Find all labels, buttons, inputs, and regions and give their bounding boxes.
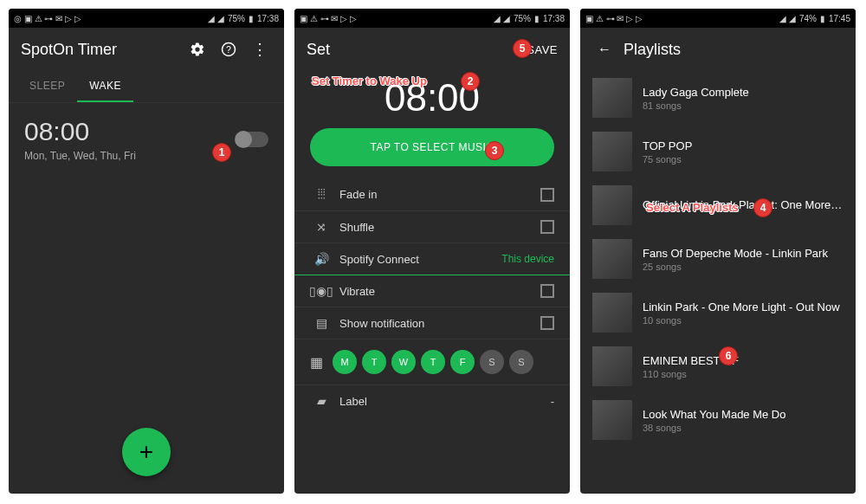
alarm-days: Mon, Tue, Wed, Thu, Fri xyxy=(24,150,236,162)
app-bar: SpotOn Timer ? ⋮ xyxy=(9,28,284,71)
playlist-thumbnail xyxy=(592,185,632,225)
alarm-toggle[interactable] xyxy=(236,132,268,147)
screen-title: Playlists xyxy=(624,41,843,59)
option-fade-in[interactable]: ⦙⦙⦙ Fade in xyxy=(294,178,570,211)
day-mon[interactable]: M xyxy=(333,350,357,374)
day-sat[interactable]: S xyxy=(480,350,504,374)
vibrate-icon: ▯◉▯ xyxy=(310,284,333,298)
checkbox[interactable] xyxy=(540,284,554,298)
overflow-menu-icon[interactable]: ⋮ xyxy=(248,37,272,61)
tab-bar: SLEEP WAKE xyxy=(9,71,284,103)
spotify-value: This device xyxy=(501,253,554,265)
shuffle-icon: ⤨ xyxy=(310,220,333,234)
annotation-badge-1: 1 xyxy=(212,143,231,162)
annotation-label: Select A Playlists xyxy=(646,201,739,214)
status-bar: ◎ ▣ ⚠ ⊶ ✉ ▷ ▷ ◢ ◢ 75% ▮ 17:38 xyxy=(9,9,284,28)
option-notification[interactable]: ▤ Show notification xyxy=(294,307,570,339)
annotation-badge-2: 2 xyxy=(461,72,480,91)
back-icon[interactable]: ← xyxy=(592,37,617,61)
app-bar: ← Playlists xyxy=(580,28,856,71)
playlist-thumbnail xyxy=(592,400,632,440)
status-icons-left: ◎ ▣ ⚠ ⊶ ✉ ▷ ▷ xyxy=(14,14,81,23)
option-label[interactable]: ▰ Label - xyxy=(294,385,570,417)
day-wed[interactable]: W xyxy=(391,350,416,374)
calendar-icon: ▦ xyxy=(310,354,327,371)
status-bar: ▣ ⚠ ⊶ ✉ ▷ ▷ ◢ ◢ 75% ▮ 17:38 xyxy=(294,9,570,28)
tab-sleep[interactable]: SLEEP xyxy=(17,71,77,102)
annotation-badge-6: 6 xyxy=(719,346,738,365)
status-bar: ▣ ⚠ ⊶ ✉ ▷ ▷ ◢ ◢ 74% ▮ 17:45 xyxy=(580,9,856,28)
playlist-item[interactable]: Look What You Made Me Do 38 songs xyxy=(580,393,856,447)
day-thu[interactable]: T xyxy=(421,350,445,374)
equalizer-icon: ⦙⦙⦙ xyxy=(310,187,333,202)
day-selector: ▦ M T W T F S S xyxy=(294,339,570,385)
checkbox[interactable] xyxy=(540,188,554,202)
speaker-icon: 🔊 xyxy=(310,252,333,266)
add-alarm-fab[interactable]: + xyxy=(122,428,171,476)
phone-screen-1: ◎ ▣ ⚠ ⊶ ✉ ▷ ▷ ◢ ◢ 75% ▮ 17:38 SpotOn Tim… xyxy=(9,9,284,494)
playlist-item[interactable]: Fans Of Depeche Mode - Linkin Park 25 so… xyxy=(580,232,856,286)
playlist-thumbnail xyxy=(592,78,632,118)
svg-text:?: ? xyxy=(226,44,231,55)
playlist-thumbnail xyxy=(592,132,632,171)
screen-title: Set xyxy=(307,41,527,59)
help-icon[interactable]: ? xyxy=(216,37,241,61)
playlist-thumbnail xyxy=(592,239,632,279)
phone-screen-2: ▣ ⚠ ⊶ ✉ ▷ ▷ ◢ ◢ 75% ▮ 17:38 Set SAVE Set… xyxy=(294,9,570,494)
tag-icon: ▰ xyxy=(310,394,333,408)
alarm-time: 08:00 xyxy=(24,117,236,146)
status-icons-right: ◢ ◢ 75% ▮ 17:38 xyxy=(208,14,279,23)
message-icon: ▤ xyxy=(310,316,333,330)
option-spotify-connect[interactable]: 🔊 Spotify Connect This device xyxy=(294,243,570,275)
alarm-list-item[interactable]: 08:00 Mon, Tue, Wed, Thu, Fri xyxy=(9,103,284,176)
settings-icon[interactable] xyxy=(185,37,210,61)
select-music-button[interactable]: TAP TO SELECT MUSIC xyxy=(310,128,554,166)
playlist-item[interactable]: Lady Gaga Complete 81 songs xyxy=(580,71,856,125)
playlist-item[interactable]: EMINEM BEST OF 110 songs xyxy=(580,339,856,393)
tab-wake[interactable]: WAKE xyxy=(77,71,133,102)
annotation-badge-4: 4 xyxy=(753,198,772,217)
playlist-item[interactable]: TOP POP 75 songs xyxy=(580,125,856,178)
annotation-badge-3: 3 xyxy=(485,141,504,160)
app-title: SpotOn Timer xyxy=(21,41,178,59)
annotation-label: Set Timer to Wake Up xyxy=(312,74,427,87)
playlist-thumbnail xyxy=(592,293,632,333)
annotation-badge-5: 5 xyxy=(513,39,532,58)
label-value: - xyxy=(551,395,554,408)
playlist-thumbnail xyxy=(592,346,632,386)
option-vibrate[interactable]: ▯◉▯ Vibrate xyxy=(294,275,570,307)
phone-screen-3: ▣ ⚠ ⊶ ✉ ▷ ▷ ◢ ◢ 74% ▮ 17:45 ← Playlists … xyxy=(580,9,856,494)
checkbox[interactable] xyxy=(540,220,554,234)
day-fri[interactable]: F xyxy=(450,350,475,374)
playlist-item[interactable]: Linkin Park - One More Light - Out Now 1… xyxy=(580,286,856,339)
day-sun[interactable]: S xyxy=(509,350,533,374)
checkbox[interactable] xyxy=(540,316,554,330)
playlist-list: Lady Gaga Complete 81 songs TOP POP 75 s… xyxy=(580,71,856,447)
option-shuffle[interactable]: ⤨ Shuffle xyxy=(294,211,570,243)
day-tue[interactable]: T xyxy=(362,350,386,374)
